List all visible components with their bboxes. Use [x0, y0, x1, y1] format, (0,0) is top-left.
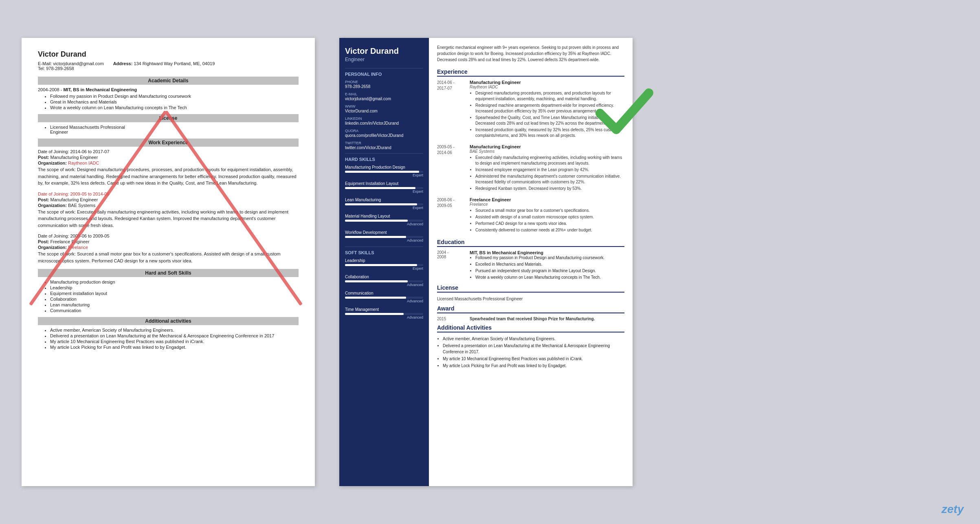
award-title: Award [437, 305, 624, 313]
award-entry: 2015 Spearheaded team that received Shin… [437, 317, 624, 321]
activity-right-4: My article Lock Picking for Fun and Prof… [443, 363, 624, 369]
www-field: WWW VictorDurand.com [345, 104, 423, 113]
linkedin-field: LinkedIn linkedin.com/in/VictorJDurand [345, 117, 423, 125]
skill-5: Lean manufacturing [50, 302, 299, 307]
right-sidebar: Victor Durand Engineer Personal Info Pho… [339, 38, 429, 486]
right-title: Engineer [345, 57, 423, 62]
work-entry-1: Date of Joining: 2014-06 to 2017-07 Post… [38, 149, 299, 187]
work-entry-3: Date of Joining: 2008-06 to 2009-05 Post… [38, 233, 299, 264]
academic-bullet-1: Followed my passion in Product Design an… [50, 94, 299, 99]
academic-bullet-2: Great in Mechanics and Materials [50, 99, 299, 104]
work2-date: Date of Joining: 2009-05 to 2014-06 [38, 192, 110, 196]
hard-skill-4: Material Handling Layout Advanced [345, 214, 423, 226]
tel-value: 978-289-2658 [46, 66, 74, 71]
left-header: Victor Durand [38, 50, 299, 59]
skill-1: Manufacturing production design [50, 280, 299, 284]
exp-entry-3: 2008-06 - 2009-05 Freelance Engineer Fre… [437, 197, 624, 234]
right-main: Energetic mechanical engineer with 9+ ye… [429, 38, 633, 486]
left-contact: E-Mail: victorjdurand@gmail.com Address:… [38, 61, 299, 71]
address-label: Address: [113, 61, 133, 66]
skill-6: Communication [50, 308, 299, 313]
zety-watermark: zety [942, 503, 964, 516]
email-label: E-Mail: [38, 61, 52, 66]
email-field: E-mail victorjdurand@gmail.com [345, 92, 423, 101]
main-container: Victor Durand E-Mail: victorjdurand@gmai… [22, 38, 958, 486]
activities-right-title: Additional Activities [437, 324, 624, 332]
license-right-text: Licensed Massachusetts Professional Engi… [437, 296, 624, 302]
soft-skill-4: Time Management Advanced [345, 307, 423, 319]
work-entry-2: Date of Joining: 2009-05 to 2014-06 Post… [38, 192, 299, 229]
activity-right-1: Active member, American Society of Manuf… [443, 336, 624, 342]
email-value: victorjdurand@gmail.com [53, 61, 103, 66]
twitter-field: Twitter twitter.com/VictorJDurand [345, 141, 423, 150]
exp-entry-2: 2009-05 - 2014-06 Manufacturing Engineer… [437, 144, 624, 192]
address-value: 134 Rightward Way Portland, ME, 04019 [134, 61, 215, 66]
license-list: Licensed Massachusetts ProfessionalEngin… [50, 125, 299, 134]
hard-skill-3: Lean Manufacturing Expert [345, 198, 423, 210]
hard-skill-2: Equipment Installation Layout Expert [345, 181, 423, 194]
tel-label: Tel: [38, 66, 45, 71]
activity-right-2: Delivered a presentation on Lean Manufac… [443, 343, 624, 355]
left-name: Victor Durand [38, 50, 86, 59]
skills-list: Manufacturing production design Leadersh… [50, 280, 299, 313]
academic-degree: 2004-2008 - MIT, BS in Mechanical Engine… [38, 87, 299, 92]
activities-section-title: Additional activities [38, 317, 299, 325]
activities-list-right: Active member, American Society of Manuf… [443, 336, 624, 369]
work1-date: Date of Joining: 2014-06 to 2017-07 [38, 149, 110, 154]
skill-2: Leadership [50, 285, 299, 290]
license-right-title: License [437, 284, 624, 293]
academic-bullet-3: Wrote a weekly column on Lean Manufactur… [50, 105, 299, 110]
activities-list-left: Active member, American Society of Manuf… [50, 328, 299, 350]
education-section-title: Education [437, 239, 624, 247]
hard-skill-5: Workflow Development Advanced [345, 230, 423, 242]
activity-right-3: My article 10 Mechanical Engineering Bes… [443, 356, 624, 362]
exp-entry-1: 2014-06 - 2017-07 Manufacturing Engineer… [437, 80, 624, 139]
right-name: Victor Durand [345, 46, 423, 56]
soft-skill-3: Communication Advanced [345, 291, 423, 303]
hard-skill-1: Manufacturing Production Design Expert [345, 165, 423, 177]
quora-field: Quora quora.com/profile/VictorJDurand [345, 129, 423, 138]
resume-right-wrapper: Victor Durand Engineer Personal Info Pho… [339, 38, 633, 486]
skill-3: Equipment installation layout [50, 291, 299, 296]
activity-left-1: Active member, American Society of Manuf… [50, 328, 299, 332]
soft-skill-1: Leadership Expert [345, 258, 423, 271]
academic-bullets: Followed my passion in Product Design an… [50, 94, 299, 110]
activity-left-2: Delivered a presentation on Lean Manufac… [50, 333, 299, 338]
work-section-title: Work Experience [38, 139, 299, 147]
soft-skills-title: Soft Skills [345, 247, 423, 255]
personal-info-title: Personal Info [345, 68, 423, 77]
activity-left-4: My article Lock Picking for Fun and Prof… [50, 345, 299, 350]
license-section-title: License [38, 114, 299, 122]
hard-skills-title: Hard Skills [345, 153, 423, 162]
objective-text: Energetic mechanical engineer with 9+ ye… [437, 44, 624, 63]
experience-section-title: Experience [437, 68, 624, 77]
skill-4: Collaboration [50, 297, 299, 302]
academic-section-title: Academic Details [38, 77, 299, 85]
activity-left-3: My article 10 Mechanical Engineering Bes… [50, 339, 299, 344]
work3-date: Date of Joining: 2008-06 to 2009-05 [38, 233, 110, 238]
resume-right: Victor Durand Engineer Personal Info Pho… [339, 38, 633, 486]
skills-section-title: Hard and Soft Skills [38, 269, 299, 277]
edu-entry-1: 2004 - 2008 MIT, BS in Mechanical Engine… [437, 250, 624, 281]
soft-skill-2: Collaboration Advanced [345, 275, 423, 287]
resume-left: Victor Durand E-Mail: victorjdurand@gmai… [22, 38, 315, 486]
phone-field: Phone 978-289-2658 [345, 80, 423, 89]
license-text: Licensed Massachusetts ProfessionalEngin… [50, 125, 299, 134]
